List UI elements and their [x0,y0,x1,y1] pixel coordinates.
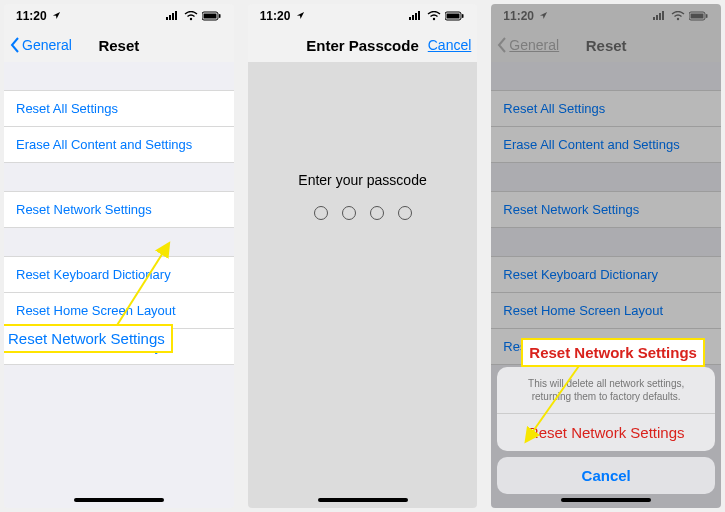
chevron-left-icon [497,37,507,53]
nav-back-button[interactable]: General [10,37,72,53]
status-time: 11:20 [260,9,305,23]
svg-rect-23 [691,14,704,19]
status-time: 11:20 [503,9,548,23]
signal-icon [409,11,423,21]
sheet-confirm-button[interactable]: Reset Network Settings [497,414,715,451]
nav-bar: General Reset [4,28,234,62]
signal-icon [653,11,667,21]
status-bar: 11:20 [491,4,721,28]
svg-rect-3 [175,11,177,20]
svg-rect-6 [203,14,216,19]
nav-bar: Enter Passcode Cancel [248,28,478,62]
status-right [166,11,222,21]
reset-network-settings[interactable]: Reset Network Settings [4,191,234,228]
svg-rect-1 [169,15,171,20]
passcode-content: Enter your passcode [248,62,478,508]
cancel-button[interactable]: Cancel [428,37,472,53]
reset-home-screen-layout: Reset Home Screen Layout [491,293,721,329]
reset-all-settings[interactable]: Reset All Settings [4,90,234,127]
nav-back-button: General [497,37,559,53]
battery-icon [689,11,709,21]
passcode-dot [314,206,328,220]
erase-all-content[interactable]: Erase All Content and Settings [4,127,234,163]
svg-point-13 [433,18,435,20]
passcode-prompt: Enter your passcode [248,172,478,188]
action-sheet: This will delete all network settings, r… [497,367,715,494]
svg-rect-0 [166,17,168,20]
status-time: 11:20 [16,9,61,23]
annotation-callout: Reset Network Settings [4,324,173,353]
phone-screen-2: 11:20 Enter Passcode Cancel Enter your p… [248,4,478,508]
passcode-dot [398,206,412,220]
location-arrow-icon [296,11,305,20]
nav-title: Reset [491,37,721,54]
svg-point-4 [189,18,191,20]
svg-rect-15 [447,14,460,19]
passcode-dot [370,206,384,220]
passcode-dot [342,206,356,220]
location-arrow-icon [539,11,548,20]
home-indicator[interactable] [74,498,164,502]
svg-rect-19 [659,13,661,20]
wifi-icon [184,11,198,21]
status-right [653,11,709,21]
reset-keyboard-dictionary[interactable]: Reset Keyboard Dictionary [4,256,234,293]
svg-rect-22 [689,12,705,20]
battery-icon [202,11,222,21]
svg-rect-16 [462,14,464,18]
nav-bar: General Reset [491,28,721,62]
svg-rect-7 [219,14,221,18]
svg-rect-9 [409,17,411,20]
phone-screen-3: 11:20 General Reset Reset All Settings E… [491,4,721,508]
wifi-icon [427,11,441,21]
phone-screen-1: 11:20 General Reset Reset All Settings E… [4,4,234,508]
chevron-left-icon [10,37,20,53]
wifi-icon [671,11,685,21]
settings-list: Reset All Settings Erase All Content and… [4,62,234,508]
svg-rect-11 [415,13,417,20]
reset-network-settings: Reset Network Settings [491,191,721,228]
home-indicator[interactable] [561,498,651,502]
annotation-callout: Reset Network Settings [521,338,705,367]
reset-keyboard-dictionary: Reset Keyboard Dictionary [491,256,721,293]
reset-all-settings: Reset All Settings [491,90,721,127]
svg-rect-10 [412,15,414,20]
location-arrow-icon [52,11,61,20]
status-bar: 11:20 [4,4,234,28]
svg-rect-12 [418,11,420,20]
svg-rect-2 [172,13,174,20]
sheet-message: This will delete all network settings, r… [497,367,715,414]
battery-icon [445,11,465,21]
svg-point-21 [677,18,679,20]
svg-rect-24 [706,14,708,18]
svg-rect-20 [662,11,664,20]
svg-rect-17 [653,17,655,20]
sheet-cancel-button[interactable]: Cancel [497,457,715,494]
signal-icon [166,11,180,21]
status-right [409,11,465,21]
erase-all-content: Erase All Content and Settings [491,127,721,163]
home-indicator[interactable] [318,498,408,502]
svg-rect-18 [656,15,658,20]
status-bar: 11:20 [248,4,478,28]
passcode-dots[interactable] [248,206,478,220]
